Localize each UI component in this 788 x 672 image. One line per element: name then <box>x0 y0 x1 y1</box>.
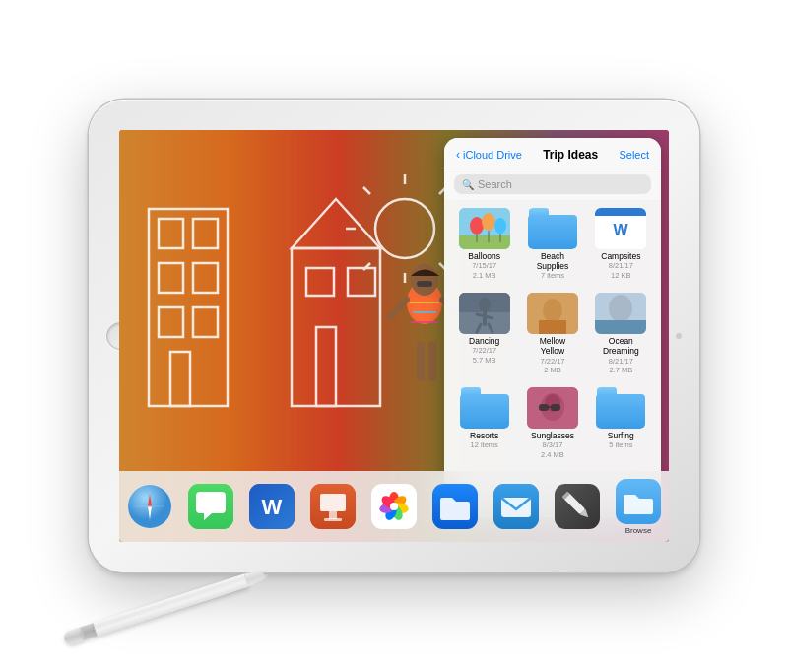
file-meta: 8/21/17 12 KB <box>609 261 633 281</box>
file-thumbnail <box>527 293 578 334</box>
pencil-body <box>94 573 248 636</box>
files-panel: ‹ iCloud Drive Trip Ideas Select 🔍 Searc… <box>444 138 661 517</box>
search-container: 🔍 Search <box>444 168 661 200</box>
file-name: Dancing <box>469 336 499 346</box>
list-item[interactable]: Balloons 7/15/17 2.1 MB <box>452 204 516 285</box>
file-thumbnail <box>595 387 646 429</box>
dock-item-word[interactable]: W <box>249 484 295 529</box>
svg-rect-46 <box>595 213 646 216</box>
file-thumbnail: W <box>595 208 646 249</box>
list-item[interactable]: W Campsites 8/21/17 12 KB <box>589 204 653 285</box>
back-label: iCloud Drive <box>463 149 522 161</box>
svg-rect-79 <box>324 518 342 521</box>
pencil-tip <box>263 572 272 579</box>
file-name: Resorts <box>470 431 498 440</box>
file-name: MellowYellow <box>540 336 565 356</box>
svg-rect-60 <box>595 320 646 334</box>
svg-point-40 <box>494 218 506 234</box>
dock-item-safari[interactable] <box>127 484 172 529</box>
file-thumbnail <box>595 293 646 334</box>
svg-text:W: W <box>614 222 629 238</box>
dock-item-marker[interactable] <box>555 484 600 529</box>
apple-pencil <box>62 566 273 645</box>
svg-rect-77 <box>320 494 346 511</box>
dock: W <box>119 471 669 542</box>
ipad-screen: ‹ iCloud Drive Trip Ideas Select 🔍 Searc… <box>119 130 669 542</box>
list-item[interactable]: Surfing 5 items <box>589 383 653 464</box>
svg-rect-78 <box>329 511 337 519</box>
svg-text:W: W <box>262 495 283 519</box>
dock-item-mail[interactable] <box>493 484 539 529</box>
file-meta: 8/21/17 2.7 MB <box>609 357 633 376</box>
list-item[interactable]: Resorts 12 items <box>452 383 516 464</box>
svg-point-30 <box>411 264 438 296</box>
svg-rect-37 <box>459 235 510 249</box>
dock-item-messages[interactable] <box>188 484 233 529</box>
file-name: BeachSupplies <box>537 251 569 271</box>
panel-title: Trip Ideas <box>543 148 598 162</box>
search-placeholder: Search <box>478 178 512 190</box>
file-thumbnail <box>459 208 510 249</box>
scene: ‹ iCloud Drive Trip Ideas Select 🔍 Searc… <box>0 0 788 672</box>
file-name: Balloons <box>468 251 500 261</box>
search-icon: 🔍 <box>462 179 474 190</box>
svg-rect-57 <box>539 320 566 334</box>
file-thumbnail <box>527 387 578 429</box>
file-meta: 7/15/17 2.1 MB <box>472 261 496 281</box>
file-meta: 8/3/17 2.4 MB <box>541 440 564 460</box>
svg-point-56 <box>543 299 562 322</box>
svg-rect-33 <box>428 342 436 381</box>
list-item[interactable]: MellowYellow 7/22/17 2 MB <box>520 289 584 379</box>
list-item[interactable]: BeachSupplies 7 items <box>520 204 584 285</box>
file-thumbnail <box>459 387 510 429</box>
dock-item-photos[interactable] <box>371 484 417 529</box>
ipad-shell: ‹ iCloud Drive Trip Ideas Select 🔍 Searc… <box>89 100 699 572</box>
svg-rect-65 <box>551 404 560 411</box>
dock-item-files[interactable] <box>432 484 478 529</box>
file-meta: 7/22/17 5.7 MB <box>472 346 496 366</box>
chevron-left-icon: ‹ <box>456 148 460 162</box>
power-button[interactable] <box>676 333 682 339</box>
list-item[interactable]: Dancing 7/22/17 5.7 MB <box>452 289 516 379</box>
file-name: Campsites <box>601 251 640 261</box>
svg-rect-32 <box>417 342 425 381</box>
file-name: Sunglasses <box>531 431 574 440</box>
file-meta: 12 items <box>470 440 497 450</box>
file-thumbnail <box>459 293 510 334</box>
file-meta: 5 items <box>609 440 632 450</box>
svg-rect-31 <box>417 281 432 287</box>
list-item[interactable]: OceanDreaming 8/21/17 2.7 MB <box>589 289 653 379</box>
file-name: OceanDreaming <box>603 336 639 356</box>
svg-point-88 <box>390 503 398 510</box>
file-meta: 7 items <box>541 271 564 281</box>
browse-label: Browse <box>625 526 652 535</box>
file-meta: 7/22/17 2 MB <box>540 357 564 376</box>
svg-point-59 <box>609 295 632 322</box>
file-name: Surfing <box>608 431 634 440</box>
search-bar[interactable]: 🔍 Search <box>454 174 651 194</box>
file-thumbnail <box>527 208 578 249</box>
svg-point-38 <box>470 217 484 235</box>
files-nav: ‹ iCloud Drive Trip Ideas Select <box>444 138 661 168</box>
back-button[interactable]: ‹ iCloud Drive <box>456 148 522 162</box>
svg-point-50 <box>479 298 491 311</box>
svg-point-39 <box>482 213 495 231</box>
svg-rect-64 <box>539 404 549 411</box>
files-grid: Balloons 7/15/17 2.1 MB <box>444 200 661 468</box>
dock-item-browse[interactable]: Browse <box>616 479 661 535</box>
select-button[interactable]: Select <box>619 149 649 161</box>
list-item[interactable]: Sunglasses 8/3/17 2.4 MB <box>520 383 584 464</box>
dock-item-keynote[interactable] <box>310 484 356 529</box>
